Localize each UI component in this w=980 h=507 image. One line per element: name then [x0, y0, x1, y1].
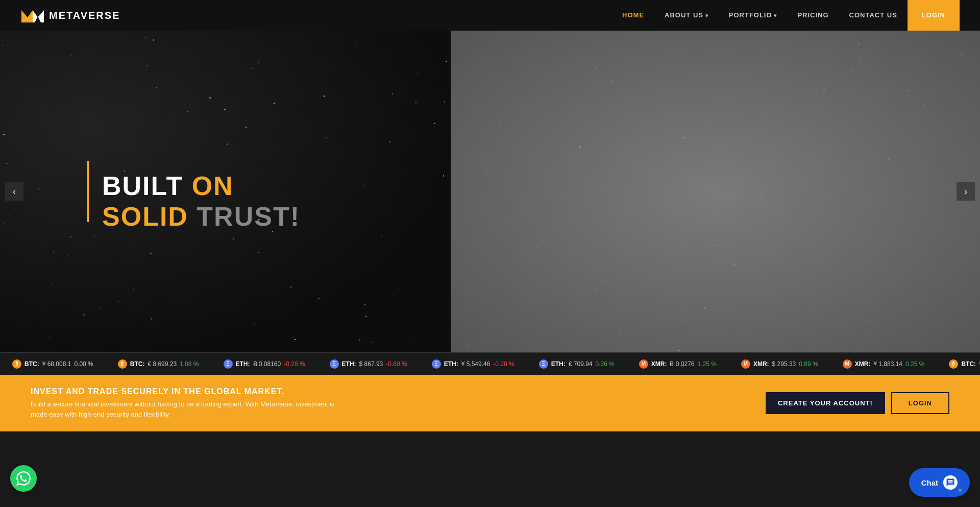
brand-name: METAVERSE [49, 10, 120, 21]
star-decoration [733, 263, 735, 265]
star-decoration [793, 152, 794, 153]
star-decoration [29, 92, 30, 93]
navbar: METAVERSE HOME ABOUT US PORTFOLIO PRICIN… [0, 0, 980, 31]
star-decoration [870, 331, 871, 332]
nav-contact-link[interactable]: CONTACT US [839, 0, 908, 31]
coin-icon: ₿ [12, 359, 21, 369]
star-decoration [70, 236, 71, 237]
hero-stars-right-decoration: const starsRight = document.currentScrip… [451, 31, 980, 352]
nav-menu: HOME ABOUT US PORTFOLIO PRICING CONTACT … [612, 0, 960, 31]
star-decoration [52, 284, 53, 285]
logo-svg [20, 6, 45, 25]
star-decoration [290, 286, 292, 288]
ticker-item: ₿BTC: € 8,699.23 1.08 % [106, 359, 211, 369]
star-decoration [859, 56, 860, 58]
cta-section: INVEST AND TRADE SECURELY IN THE GLOBAL … [0, 375, 980, 431]
star-decoration [684, 298, 685, 299]
star-decoration [894, 343, 895, 344]
star-decoration [650, 170, 651, 170]
star-decoration [801, 89, 803, 91]
star-decoration [537, 297, 537, 298]
coin-price: ¥ 68,008.1 [42, 360, 71, 368]
ticker-item: MXMR: Ƀ 0.0276 1.25 % [627, 359, 729, 369]
star-decoration [156, 87, 157, 88]
star-decoration [687, 254, 688, 255]
star-decoration [594, 239, 595, 240]
nav-pricing-link[interactable]: PRICING [787, 0, 839, 31]
star-decoration [678, 350, 680, 351]
star-decoration [318, 298, 320, 299]
star-decoration [492, 77, 493, 78]
star-decoration [236, 247, 237, 248]
star-decoration [928, 94, 929, 95]
hero-built-text: BUILT [102, 171, 192, 201]
cta-title: INVEST AND TRADE SECURELY IN THE GLOBAL … [31, 387, 337, 396]
coin-change: 0.89 % [799, 360, 818, 368]
nav-home-link[interactable]: HOME [612, 0, 654, 31]
star-decoration [120, 88, 120, 89]
coin-name: ETH: [444, 360, 458, 368]
star-decoration [612, 81, 613, 82]
star-decoration [542, 144, 543, 145]
star-decoration [783, 191, 785, 193]
coin-price: ¥ 1,883.14 [873, 360, 902, 368]
star-decoration [581, 101, 581, 102]
star-decoration [443, 175, 445, 177]
nav-login-link[interactable]: LOGIN [908, 0, 960, 31]
coin-price: ¥ 5,549.46 [461, 360, 491, 368]
coin-icon: ₿ [949, 359, 958, 369]
hero-accent-border [87, 161, 89, 222]
star-decoration [783, 178, 783, 178]
star-decoration [468, 345, 470, 346]
star-decoration [487, 159, 488, 160]
nav-portfolio-link[interactable]: PORTFOLIO [719, 0, 788, 31]
star-decoration [151, 318, 152, 320]
star-decoration [854, 303, 854, 303]
star-decoration [371, 83, 372, 84]
star-decoration [579, 146, 580, 147]
brand-logo-link[interactable]: METAVERSE [20, 6, 120, 25]
star-decoration [252, 68, 253, 69]
nav-about-link[interactable]: ABOUT US [654, 0, 719, 31]
star-decoration [646, 119, 647, 120]
hero-title: BUILT ON SOLID TRUST! [102, 171, 300, 232]
coin-icon: Ξ [224, 359, 233, 369]
star-decoration [886, 90, 887, 92]
star-decoration [536, 78, 537, 79]
star-decoration [253, 302, 253, 303]
brand-logo [20, 6, 45, 25]
star-decoration [153, 39, 154, 40]
star-decoration [704, 307, 706, 309]
star-decoration [356, 42, 358, 44]
ticker-item: ΞETH: ¥ 5,549.46 -0.28 % [420, 359, 527, 369]
coin-price: $ 295.33 [772, 360, 796, 368]
star-decoration [3, 134, 5, 135]
star-decoration [133, 288, 134, 289]
ticker-bar: ₿BTC: ¥ 68,008.1 0.00 %₿BTC: € 8,699.23 … [0, 352, 980, 375]
star-decoration [558, 233, 559, 234]
star-decoration [131, 323, 131, 324]
star-decoration [326, 137, 327, 139]
star-decoration [187, 111, 188, 112]
star-decoration [958, 322, 959, 322]
coin-name: XMR: [753, 360, 769, 368]
star-decoration [959, 88, 960, 89]
star-decoration [864, 320, 865, 321]
carousel-next-button[interactable]: › [957, 182, 975, 201]
star-decoration [612, 118, 612, 119]
star-decoration [951, 285, 952, 286]
star-decoration [589, 312, 589, 313]
cta-login-button[interactable]: LOGIN [891, 392, 949, 414]
coin-icon: ₿ [118, 359, 127, 369]
carousel-prev-button[interactable]: ‹ [5, 182, 23, 201]
star-decoration [488, 42, 489, 43]
star-decoration [224, 109, 226, 110]
star-decoration [953, 192, 954, 193]
coin-name: BTC: [24, 360, 39, 368]
star-decoration [233, 238, 234, 239]
star-decoration [595, 67, 596, 68]
coin-name: XMR: [855, 360, 871, 368]
star-decoration [359, 340, 360, 341]
star-decoration [858, 43, 859, 44]
create-account-button[interactable]: CREATE YOUR ACCOUNT! [766, 392, 885, 414]
